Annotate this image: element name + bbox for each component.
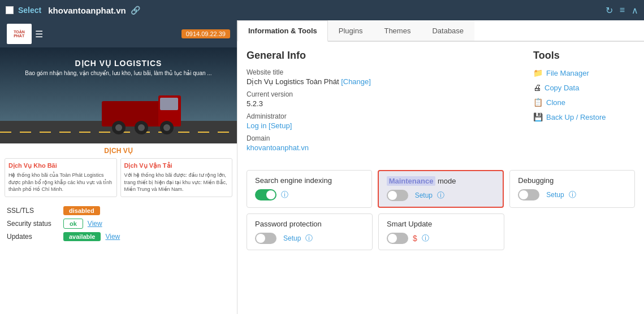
smart-update-help-icon[interactable]: ⓘ xyxy=(422,233,429,243)
backup-icon: 💾 xyxy=(533,112,543,121)
tabs-bar: Information & Tools Plugins Themes Datab… xyxy=(237,20,644,42)
top-bar-actions: ↻ ≡ ∧ xyxy=(606,5,638,16)
service-card-2-text: Với hệ thống kho bãi được: đầu tư rộng l… xyxy=(124,172,229,193)
debugging-setup-link[interactable]: Setup xyxy=(546,191,564,199)
site-subtitle: Bao gồm nhận hàng, vận chuyển, lưu kho, … xyxy=(25,70,211,76)
updates-label: Updates xyxy=(7,233,63,241)
services-label: DỊCH VỤ xyxy=(0,143,237,158)
setup-link[interactable]: [Setup] xyxy=(269,121,292,130)
service-card-1-title: Dịch Vụ Kho Bãi xyxy=(8,162,113,169)
search-engine-help-icon[interactable]: ⓘ xyxy=(281,190,288,200)
select-label: Select xyxy=(18,6,41,15)
tool-copy-data[interactable]: 🖨 Copy Data xyxy=(533,83,635,92)
tab-themes[interactable]: Themes xyxy=(373,20,421,41)
security-row: Security status ok View xyxy=(7,219,230,229)
service-card-2: Dịch Vụ Vận Tải Với hệ thống kho bãi đượ… xyxy=(120,158,233,197)
password-protection-title: Password protection xyxy=(255,220,364,228)
login-link[interactable]: Log in xyxy=(247,121,266,130)
security-view-link[interactable]: View xyxy=(88,220,102,228)
security-badge: ok xyxy=(63,219,83,229)
password-toggle[interactable] xyxy=(255,233,276,244)
svg-point-7 xyxy=(115,124,122,131)
ssl-badge: disabled xyxy=(63,206,100,215)
widget-spacer-1 xyxy=(510,213,635,250)
left-panel-header: TOÀNPHÁT ☰ 0914.09.22.39 xyxy=(0,20,237,47)
select-checkbox[interactable] xyxy=(6,6,14,14)
debugging-title: Debugging xyxy=(518,176,626,185)
domain-link[interactable]: khovantoanphat.vn xyxy=(247,143,309,152)
copy-data-link[interactable]: Copy Data xyxy=(544,84,579,92)
logo: TOÀNPHÁT xyxy=(7,24,32,44)
tool-file-manager[interactable]: 📁 File Manager xyxy=(533,68,635,77)
ssl-row: SSL/TLS disabled xyxy=(7,206,230,215)
menu-icon[interactable]: ≡ xyxy=(620,5,625,15)
svg-rect-5 xyxy=(160,98,178,110)
tab-plugins[interactable]: Plugins xyxy=(328,20,374,41)
smart-update-toggle[interactable] xyxy=(387,233,408,244)
smart-update-title: Smart Update xyxy=(387,220,496,228)
updates-view-link[interactable]: View xyxy=(105,233,120,241)
svg-point-11 xyxy=(163,124,170,131)
right-panel: Information & Tools Plugins Themes Datab… xyxy=(237,20,644,314)
logo-area: TOÀNPHÁT ☰ xyxy=(7,24,43,44)
widget-search-engine: Search engine indexing ⓘ xyxy=(247,170,372,208)
clone-link[interactable]: Clone xyxy=(546,98,565,107)
password-setup-link[interactable]: Setup xyxy=(283,234,301,242)
security-label: Security status xyxy=(7,220,63,228)
search-engine-toggle-row: ⓘ xyxy=(255,189,364,200)
hamburger-icon[interactable]: ☰ xyxy=(35,29,43,40)
link-icon[interactable]: 🔗 xyxy=(131,6,140,15)
copy-icon: 🖨 xyxy=(533,83,541,92)
content-area: General Info Website title Dịch Vụ Logis… xyxy=(237,42,644,164)
service-card-2-title: Dịch Vụ Vận Tải xyxy=(124,162,229,169)
debugging-toggle[interactable] xyxy=(518,189,539,200)
tools-section: Tools 📁 File Manager 🖨 Copy Data 📋 Clone… xyxy=(533,50,635,156)
service-card-1-text: Hệ thống kho bãi của Toàn Phát Logistics… xyxy=(8,172,113,193)
website-title-value: Dịch Vụ Logistics Toàn Phát [Change] xyxy=(247,77,511,86)
dollar-icon: $ xyxy=(413,234,417,243)
refresh-icon[interactable]: ↻ xyxy=(606,5,613,16)
tool-backup-restore[interactable]: 💾 Back Up / Restore xyxy=(533,112,635,121)
maintenance-title: Maintenance mode xyxy=(387,177,495,185)
widget-smart-update: Smart Update $ ⓘ xyxy=(378,213,504,250)
widget-password-protection: Password protection Setup ⓘ xyxy=(247,213,373,250)
widgets-row-1: Search engine indexing ⓘ Maintenance mod… xyxy=(237,164,644,213)
search-engine-title: Search engine indexing xyxy=(255,176,364,185)
backup-restore-link[interactable]: Back Up / Restore xyxy=(546,113,606,121)
service-card-1: Dịch Vụ Kho Bãi Hệ thống kho bãi của Toà… xyxy=(5,158,117,197)
maintenance-help-icon[interactable]: ⓘ xyxy=(437,190,444,200)
smart-update-toggle-row: $ ⓘ xyxy=(387,233,496,244)
admin-label: Administrator xyxy=(247,112,511,120)
version-value: 5.2.3 xyxy=(247,99,511,108)
search-engine-toggle[interactable] xyxy=(255,189,276,200)
domain-value: khovantoanphat.vn xyxy=(247,143,511,152)
general-info-section: General Info Website title Dịch Vụ Logis… xyxy=(247,50,511,156)
status-section: SSL/TLS disabled Security status ok View… xyxy=(0,202,237,249)
maintenance-toggle-row: Setup ⓘ xyxy=(387,190,495,201)
debugging-help-icon[interactable]: ⓘ xyxy=(569,190,576,200)
collapse-icon[interactable]: ∧ xyxy=(632,5,638,16)
site-hero-image: DỊCH VỤ LOGISTICS Bao gồm nhận hàng, vận… xyxy=(0,47,237,143)
service-cards: Dịch Vụ Kho Bãi Hệ thống kho bãi của Toà… xyxy=(0,158,237,202)
tools-title: Tools xyxy=(533,50,635,62)
maintenance-setup-link[interactable]: Setup xyxy=(415,191,433,199)
phone-badge: 0914.09.22.39 xyxy=(181,29,230,38)
change-link[interactable]: [Change] xyxy=(341,77,371,86)
password-help-icon[interactable]: ⓘ xyxy=(305,233,313,243)
top-bar: Select khovantoanphat.vn 🔗 ↻ ≡ ∧ xyxy=(0,0,644,20)
password-toggle-row: Setup ⓘ xyxy=(255,233,364,244)
tab-database[interactable]: Database xyxy=(421,20,474,41)
admin-login: Log in [Setup] xyxy=(247,121,511,130)
maintenance-toggle[interactable] xyxy=(387,190,408,201)
clone-icon: 📋 xyxy=(533,98,543,107)
debugging-toggle-row: Setup ⓘ xyxy=(518,189,626,200)
website-title-label: Website title xyxy=(247,68,511,76)
maintenance-highlight: Maintenance xyxy=(387,176,436,186)
current-version-label: Current version xyxy=(247,90,511,98)
widget-maintenance: Maintenance mode Setup ⓘ xyxy=(378,170,504,208)
tool-clone[interactable]: 📋 Clone xyxy=(533,98,635,107)
tab-information-tools[interactable]: Information & Tools xyxy=(237,20,328,42)
updates-badge: available xyxy=(63,232,101,241)
main-wrapper: TOÀNPHÁT ☰ 0914.09.22.39 xyxy=(0,20,644,314)
file-manager-link[interactable]: File Manager xyxy=(546,69,589,77)
